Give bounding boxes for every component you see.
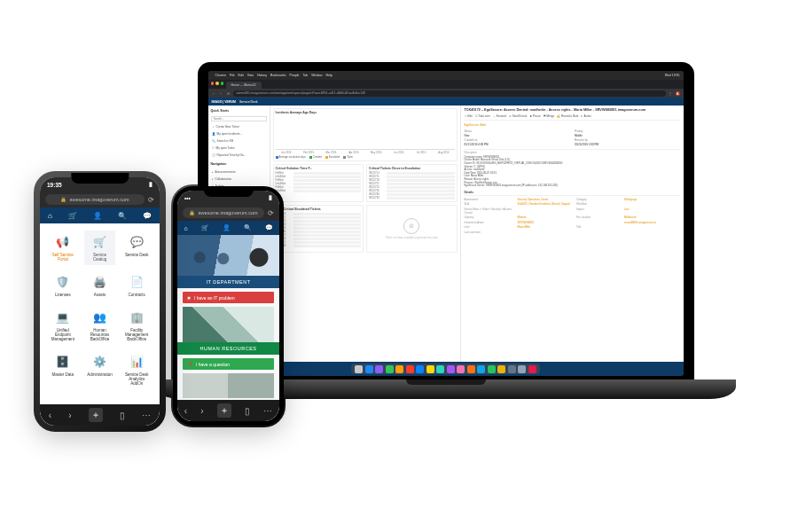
mac-menu-item[interactable]: Edit xyxy=(239,74,244,77)
more-icon[interactable]: ⋯ xyxy=(263,406,272,416)
catalog-tile[interactable]: 💬Service Desk xyxy=(121,231,153,265)
quick-link[interactable]: 🔍Search in KB xyxy=(211,138,267,143)
dock-app-icon[interactable] xyxy=(477,365,485,373)
action-dropdown[interactable]: ▾ Action xyxy=(581,114,591,118)
user-icon[interactable]: 👤 xyxy=(93,212,102,220)
dock-app-icon[interactable] xyxy=(528,365,536,373)
back-icon[interactable]: ‹ xyxy=(184,406,187,416)
dock-app-icon[interactable] xyxy=(436,365,444,373)
dock-app-icon[interactable] xyxy=(457,365,465,373)
mac-menu-item[interactable]: Help xyxy=(326,74,332,77)
forward-icon[interactable]: › xyxy=(219,91,223,96)
mac-menu-item[interactable]: Bookmarks xyxy=(270,74,286,77)
quick-link[interactable]: 👤My open Incidents... xyxy=(211,131,267,136)
phone-address-bar[interactable]: 🔒 awesome.imagoverum.com xyxy=(45,194,145,205)
nav-item-announcements[interactable]: ▸Announcements xyxy=(211,169,267,174)
dock-app-icon[interactable] xyxy=(488,365,496,373)
app-module[interactable]: Service Desk xyxy=(239,100,258,104)
dock-app-icon[interactable] xyxy=(497,365,505,373)
email-button[interactable]: ✉ Send E-mail xyxy=(509,114,527,118)
forward-icon[interactable]: › xyxy=(200,406,203,416)
forward-icon[interactable]: › xyxy=(68,411,71,420)
reload-icon[interactable]: ⟳ xyxy=(148,196,154,204)
dock-app-icon[interactable] xyxy=(365,365,373,373)
new-tab-button[interactable]: ＋ xyxy=(217,403,231,418)
edit-button[interactable]: ✎ Edit xyxy=(465,114,473,118)
catalog-tile[interactable]: 🏢Facility Management BackOffice xyxy=(121,306,153,345)
reload-icon[interactable]: ⟳ xyxy=(226,91,231,96)
browser-tab[interactable]: Home — Matrix42 xyxy=(226,82,262,89)
quick-link[interactable]: 🕑Reported Time by Da... xyxy=(211,153,267,157)
dock-app-icon[interactable] xyxy=(406,365,414,373)
reload-icon[interactable]: ⟳ xyxy=(268,209,274,217)
merge-button[interactable]: ⇆ Merge xyxy=(544,114,555,118)
catalog-tile[interactable]: 🛒Service Catalog xyxy=(84,231,116,265)
mac-menu-item[interactable]: File xyxy=(230,74,235,77)
dock-app-icon[interactable] xyxy=(386,365,394,373)
extensions-icon[interactable]: ⋮ xyxy=(669,91,673,96)
cart-icon[interactable]: 🛒 xyxy=(68,212,77,220)
menu-icon[interactable]: ⌂ xyxy=(184,225,187,231)
maximize-icon[interactable] xyxy=(221,82,224,85)
dock-app-icon[interactable] xyxy=(395,365,403,373)
catalog-tile[interactable]: 🛡️Licenses xyxy=(47,270,79,301)
phone-address-bar[interactable]: 🔒 awesome.imagoverum.com xyxy=(183,207,264,218)
dock-app-icon[interactable] xyxy=(518,365,526,373)
legend-item: Open xyxy=(347,155,353,159)
search-icon[interactable]: 🔍 xyxy=(244,224,252,231)
mac-menu-item[interactable]: Chrome xyxy=(215,74,226,77)
catalog-tile[interactable]: 📄Contracts xyxy=(121,270,153,301)
tabs-icon[interactable]: ▯ xyxy=(120,411,125,420)
quick-link-label: My open Tasks xyxy=(216,146,235,150)
dock-app-icon[interactable] xyxy=(426,365,434,373)
cart-icon[interactable]: 🛒 xyxy=(201,224,209,231)
close-icon[interactable] xyxy=(211,82,215,85)
catalog-tile[interactable]: 💻Unified Endpoint Management xyxy=(47,306,79,345)
mac-menu-item[interactable]: View xyxy=(247,74,254,77)
dock-app-icon[interactable] xyxy=(508,365,516,373)
chat-icon[interactable]: 💬 xyxy=(143,212,152,220)
dock-app-icon[interactable] xyxy=(375,365,383,373)
phone-notch xyxy=(71,173,129,184)
profile-avatar[interactable]: A xyxy=(676,91,680,96)
mac-menu-item[interactable]: Tab xyxy=(302,74,308,77)
tile-label: Service Catalog xyxy=(86,253,114,262)
tabs-icon[interactable]: ▯ xyxy=(245,406,250,416)
search-icon[interactable]: 🔍 xyxy=(118,212,127,220)
chat-icon[interactable]: 💬 xyxy=(265,224,273,231)
catalog-tile[interactable]: 🖨️Assets xyxy=(84,270,116,301)
it-problem-button[interactable]: ✖ I have an IT problem xyxy=(183,292,274,303)
takeover-button[interactable]: ☐ Take over xyxy=(475,114,490,118)
dock-app-icon[interactable] xyxy=(467,365,475,373)
quick-search-input[interactable] xyxy=(211,116,267,121)
hr-question-button[interactable]: ❓ I have a question xyxy=(183,358,274,370)
quick-link[interactable]: ＋Create New Ticket xyxy=(211,124,267,129)
new-tab-button[interactable]: ＋ xyxy=(89,408,103,422)
mac-menu-item[interactable]: History xyxy=(257,74,267,77)
back-icon[interactable]: ‹ xyxy=(49,411,51,420)
dock-app-icon[interactable] xyxy=(416,365,424,373)
user-icon[interactable]: 👤 xyxy=(223,224,231,231)
address-bar[interactable]: admin001.imagoverum.com/wm/app/workspace… xyxy=(233,90,666,97)
dock-app-icon[interactable] xyxy=(447,365,455,373)
catalog-tile[interactable]: 🗄️Master Data xyxy=(47,350,79,389)
catalog-tile[interactable]: ⚙️Administration xyxy=(84,350,116,389)
more-icon[interactable]: ⋯ xyxy=(142,411,151,420)
chart-empty: ⊘ There is no data available to generate… xyxy=(366,205,458,253)
window-controls[interactable] xyxy=(211,82,224,85)
pause-button[interactable]: ⏸ Pause xyxy=(529,114,541,118)
back-icon[interactable]: ‹ xyxy=(212,91,216,96)
minimize-icon[interactable] xyxy=(215,82,219,85)
quick-link[interactable]: ☰My open Tasks xyxy=(211,145,267,150)
subject-link[interactable]: EgoSecure: Alert xyxy=(465,123,680,127)
mac-menu-item[interactable]: People xyxy=(290,74,300,77)
dock-app-icon[interactable] xyxy=(355,365,363,373)
catalog-tile[interactable]: 📢Self Service Portal xyxy=(47,231,79,265)
forward-button[interactable]: → Forward xyxy=(493,114,506,118)
nav-item-collaboration[interactable]: ▸Collaboration xyxy=(211,176,267,181)
menu-icon[interactable]: ⌂ xyxy=(48,212,52,220)
mac-menu-item[interactable]: Window xyxy=(311,74,322,77)
catalog-tile[interactable]: 📊Service Desk Analytics AddOn xyxy=(121,350,153,389)
note-button[interactable]: ✍ Record a Note xyxy=(557,114,578,118)
catalog-tile[interactable]: 👥Human Resources BackOffice xyxy=(84,306,116,345)
